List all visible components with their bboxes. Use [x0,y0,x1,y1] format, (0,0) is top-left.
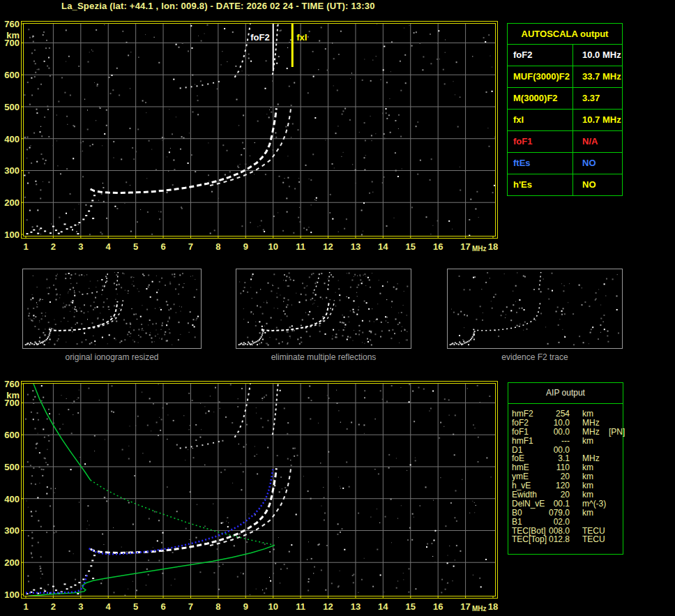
aip-unit: m^(-3) [570,499,606,509]
x-tick-label-top: 6 [155,241,172,252]
aip-output-table: AIP output hmF2254kmfoF210.0MHzfoF100.0M… [508,382,623,555]
thumbnail-evidence-canvas [448,269,622,348]
aip-value: 00.1 [547,499,570,509]
aip-value: 02.0 [547,518,570,527]
x-tick-label-bottom: 8 [210,601,227,612]
aip-table-rows: hmF2254kmfoF210.0MHzfoF100.0MHz[PN]hmF1-… [508,404,623,544]
x-tick-label-top: 7 [182,241,199,252]
x-tick-label-top: 4 [100,241,116,252]
aip-value: 00.0 [547,428,570,437]
x-tick-label-bottom: 15 [402,601,419,612]
aip-value: 012.8 [547,535,570,544]
aip-extra [606,472,623,481]
aip-row-Ewidth: Ewidth20km [512,490,623,499]
thumbnail-eliminate-reflections [236,269,411,349]
x-tick-label-bottom: 16 [430,601,446,612]
autoscala-row-label: h'Es [508,174,573,195]
thumbnail-evidence-f2 [447,269,623,349]
autoscala-table-rows: foF210.0 MHzMUF(3000)F233.7 MHzM(3000)F2… [508,45,622,195]
x-tick-label-bottom: 13 [347,601,364,612]
y-tick-label-top: 200 [0,198,20,207]
aip-row-B1: B102.0 [512,518,623,527]
autoscala-row-foF1: foF1N/A [508,131,622,153]
autoscala-row-label: M(3000)F2 [508,88,573,109]
aip-extra [606,499,623,509]
autoscala-row-value: 10.0 MHz [573,45,622,66]
x-tick-label-top: 2 [45,241,61,252]
x-tick-label-top: 12 [320,241,337,252]
aip-value: 10.0 [547,419,570,428]
aip-extra [606,481,623,490]
x-tick-label-top: 13 [347,241,364,252]
x-tick-label-bottom: 2 [45,601,61,612]
aip-unit: MHz [570,428,606,437]
aip-label: hmF2 [512,410,547,419]
aip-row-hmF1: hmF1---km [512,437,623,446]
aip-row-B0: B0079.0km [512,509,623,518]
autoscala-output-table: AUTOSCALA output foF210.0 MHzMUF(3000)F2… [507,23,623,196]
autoscala-row-label: MUF(3000)F2 [508,66,573,87]
autoscala-row-MUF(3000)F2: MUF(3000)F233.7 MHz [508,66,622,88]
autoscala-row-label: fxI [508,110,573,130]
aip-extra: [PN] [606,428,625,437]
x-axis-unit-top: MHz [469,245,490,253]
aip-extra [606,454,623,463]
y-tick-label-bottom: 600 [0,430,20,440]
marker-label-fxI: fxI [296,32,307,43]
y-axis-unit-top: km [0,30,20,40]
y-tick-label-bottom: 760 [0,380,20,389]
aip-label: B1 [512,518,547,527]
x-tick-label-top: 10 [265,241,282,252]
aip-unit: km [570,509,606,518]
y-tick-label-top: 500 [0,103,20,112]
aip-unit [570,518,606,527]
x-tick-label-bottom: 1 [17,601,34,612]
y-tick-label-bottom: 300 [0,526,20,535]
autoscala-row-value: 10.7 MHz [573,110,622,130]
autoscala-row-value: 33.7 MHz [573,66,622,87]
x-tick-label-bottom: 3 [73,601,89,612]
x-tick-label-bottom: 7 [182,601,199,612]
y-tick-label-bottom: 200 [0,558,20,567]
aip-label: TEC[Top] [512,535,547,544]
x-tick-label-bottom: 11 [292,601,309,612]
autoscala-row-value: NO [573,153,622,174]
marker-label-foF2: foF2 [250,32,269,43]
aip-extra [606,535,623,544]
x-tick-label-top: 11 [292,241,309,252]
x-tick-label-top: 14 [374,241,391,252]
autoscala-row-label: foF2 [508,45,573,66]
x-tick-label-top: 3 [73,241,89,252]
autoscala-row-foF2: foF210.0 MHz [508,45,622,66]
aip-label: foF2 [512,419,547,428]
x-tick-label-bottom: 9 [237,601,254,612]
aip-extra [606,518,623,527]
aip-value: 254 [547,410,570,419]
aip-unit: km [570,410,606,419]
ionogram-plot-aip [21,381,498,599]
autoscala-row-ftEs: ftEsNO [508,153,622,174]
x-tick-label-bottom: 14 [374,601,391,612]
y-tick-label-bottom: 500 [0,463,20,472]
autoscala-row-h'Es: h'EsNO [508,174,622,195]
aip-label: DelN_vE [512,499,547,509]
aip-row-foF1: foF100.0MHz[PN] [512,428,623,437]
autoscala-row-label: ftEs [508,153,573,174]
thumbnail-caption-original: original ionogram resized [22,352,202,362]
thumbnail-original-canvas [23,269,201,348]
ionogram-canvas-top: foF2fxI [21,21,498,239]
aip-value: --- [547,437,570,446]
aip-unit: TECU [570,535,606,544]
aip-label: hmF1 [512,437,547,446]
aip-unit: MHz [570,419,606,428]
ionogram-plot-autoscala: foF2fxI [21,21,498,239]
aip-value: 079.0 [547,509,570,518]
x-tick-label-top: 16 [430,241,446,252]
aip-extra [606,446,623,455]
x-tick-label-bottom: 6 [155,601,172,612]
x-axis-unit-bottom: MHz [469,605,490,613]
autoscala-row-value: N/A [573,131,622,152]
autoscala-row-value: NO [573,174,622,195]
x-tick-label-bottom: 12 [320,601,337,612]
autoscala-row-fxI: fxI10.7 MHz [508,110,622,131]
